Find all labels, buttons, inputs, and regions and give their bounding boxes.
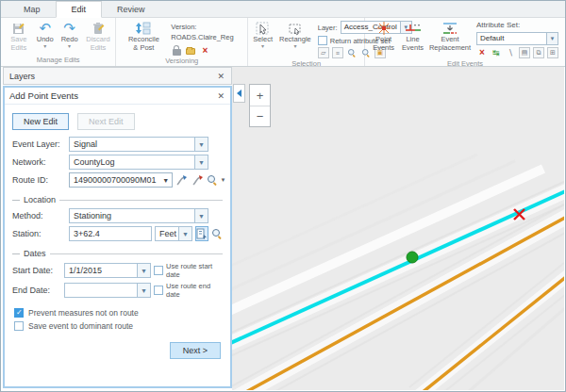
map-zoom-control: + −: [249, 84, 271, 127]
save-icon: [11, 21, 25, 36]
line-events-button[interactable]: Line Events: [400, 20, 425, 53]
station-unit-dropdown[interactable]: Feet ▼: [155, 226, 192, 241]
undo-button[interactable]: ↶ Undo ▾: [35, 20, 56, 50]
undo-dropdown-arrow-icon[interactable]: ▾: [43, 44, 46, 49]
event-layer-dropdown[interactable]: Signal ▼: [69, 137, 208, 152]
undo-icon: ↶: [39, 21, 51, 36]
group-edit-events: Point Events Line Events Event Replaceme…: [365, 18, 565, 66]
station-input[interactable]: 3+62.4: [69, 226, 152, 241]
event-layer-label: Event Layer:: [12, 139, 66, 149]
use-route-end-checkbox[interactable]: [154, 286, 163, 295]
redo-dropdown-arrow-icon[interactable]: ▾: [68, 44, 71, 49]
line-events-icon: [405, 21, 422, 36]
use-route-start-checkbox[interactable]: [154, 266, 163, 275]
tab-review[interactable]: Review: [102, 2, 160, 17]
method-label: Method:: [12, 211, 66, 220]
redo-icon: ↷: [63, 21, 75, 36]
dropdown-arrow-icon: ▼: [194, 209, 208, 222]
app-window: Map Edit Review Save Edits ↶ Undo ▾: [0, 0, 566, 392]
event-replacement-button[interactable]: Event Replacement: [429, 20, 471, 53]
select-dropdown-arrow-icon[interactable]: ▾: [261, 44, 264, 49]
prevent-measures-checkbox[interactable]: [14, 308, 24, 318]
dropdown-arrow-icon: ▼: [194, 155, 208, 169]
new-edit-button[interactable]: New Edit: [12, 113, 69, 130]
discard-edits-button[interactable]: Discard Edits: [84, 20, 113, 53]
combo-arrow-icon[interactable]: ▼: [160, 173, 172, 187]
dominant-route-label: Save event to dominant route: [28, 321, 133, 331]
station-label: Station:: [12, 229, 66, 238]
trash-icon: [92, 21, 105, 36]
zoom-to-station-icon[interactable]: [211, 226, 223, 241]
map-view[interactable]: + −: [232, 67, 564, 390]
tab-map[interactable]: Map: [8, 2, 56, 17]
select-cursor-icon: [256, 21, 270, 36]
zoom-to-route-icon[interactable]: [208, 172, 218, 188]
left-panel: Layers ✕ Add Point Events ✕ New Edit Nex…: [3, 67, 232, 388]
selection-list-icon[interactable]: ≡: [332, 47, 343, 58]
dominant-route-checkbox[interactable]: [14, 321, 24, 331]
group-versioning: Reconcile & Post Version: ROADS.Claire_R…: [116, 18, 248, 66]
redo-button[interactable]: ↷ Redo ▾: [59, 20, 80, 50]
zoom-selection-icon[interactable]: [346, 47, 358, 58]
start-date-dropdown[interactable]: 1/1/2015 ▼: [64, 263, 151, 278]
copy-events-icon[interactable]: ⧉: [533, 47, 544, 58]
zoom-in-button[interactable]: +: [250, 85, 270, 106]
layers-pane-header[interactable]: Layers ✕: [3, 67, 232, 85]
version-value: ROADS.Claire_Reg: [171, 33, 233, 41]
select-tool-icon[interactable]: ▱: [318, 47, 329, 58]
prevent-measures-label: Prevent measures not on route: [28, 308, 139, 318]
network-label: Network:: [12, 157, 66, 167]
next-button[interactable]: Next >: [170, 342, 221, 359]
event-point-marker: [407, 252, 418, 263]
zoom-out-button[interactable]: −: [250, 106, 270, 126]
network-dropdown[interactable]: CountyLog ▼: [69, 155, 208, 170]
collapse-arrow-icon: [237, 90, 241, 97]
ribbon: Save Edits ↶ Undo ▾ ↷ Redo ▾ Discard Edi…: [1, 18, 565, 67]
layers-pane-title: Layers: [9, 72, 216, 81]
method-dropdown[interactable]: Stationing ▼: [69, 208, 208, 223]
select-route-icon[interactable]: [175, 172, 189, 188]
zoom-route-arrow-icon[interactable]: ▼: [221, 177, 226, 183]
clear-route-icon[interactable]: [191, 172, 205, 188]
reconcile-post-button[interactable]: Reconcile & Post: [124, 20, 163, 53]
dropdown-arrow-icon: ▼: [137, 284, 150, 297]
pane-close-icon[interactable]: ✕: [216, 91, 225, 101]
select-button[interactable]: Select ▾: [251, 20, 275, 50]
version-manage-icon[interactable]: [185, 44, 196, 56]
event-table-icon[interactable]: ▤: [519, 47, 530, 58]
pan-selection-icon[interactable]: [360, 47, 372, 58]
point-events-icon: [376, 21, 391, 36]
version-label: Version:: [171, 23, 233, 31]
panel-collapse-button[interactable]: [233, 84, 245, 103]
attribute-set-dropdown[interactable]: Default ▼: [476, 32, 558, 45]
merge-event-icon[interactable]: ∖: [505, 47, 516, 58]
version-lock-icon[interactable]: [171, 44, 182, 56]
use-route-start-label: Use route start date: [166, 262, 223, 279]
rectangle-select-icon: [288, 21, 302, 36]
rectangle-button[interactable]: Rectangle ▾: [277, 20, 313, 50]
dropdown-arrow-icon: ▼: [546, 33, 558, 44]
end-date-label: End Date:: [12, 286, 61, 295]
ribbon-tabbar: Map Edit Review: [1, 1, 565, 18]
delete-version-icon[interactable]: ×: [199, 44, 210, 56]
save-edits-button[interactable]: Save Edits: [7, 20, 31, 53]
group-selection: Select ▾ Rectangle ▾ Layer: Access_Contr…: [248, 18, 365, 66]
split-event-icon[interactable]: ↹: [491, 47, 502, 58]
dropdown-arrow-icon: ▼: [194, 138, 208, 151]
point-events-button[interactable]: Point Events: [371, 20, 396, 53]
reconcile-icon: [135, 21, 152, 36]
location-section: Location: [12, 195, 223, 204]
start-date-label: Start Date:: [12, 266, 61, 275]
dates-section: Dates: [12, 249, 223, 258]
route-id-combobox[interactable]: 14900000700090M01 ▼: [69, 172, 173, 188]
layers-close-icon[interactable]: ✕: [216, 72, 225, 81]
delete-event-icon[interactable]: ×: [476, 47, 488, 58]
event-settings-icon[interactable]: ⊞: [547, 47, 558, 58]
next-edit-button[interactable]: Next Edit: [77, 113, 135, 130]
tab-edit[interactable]: Edit: [56, 1, 103, 18]
pick-station-from-map-icon[interactable]: [195, 226, 208, 241]
end-date-dropdown[interactable]: ▼: [64, 283, 151, 298]
map-canvas: [232, 67, 564, 390]
return-attribute-checkbox[interactable]: [318, 36, 327, 45]
rectangle-dropdown-arrow-icon[interactable]: ▾: [293, 44, 296, 49]
